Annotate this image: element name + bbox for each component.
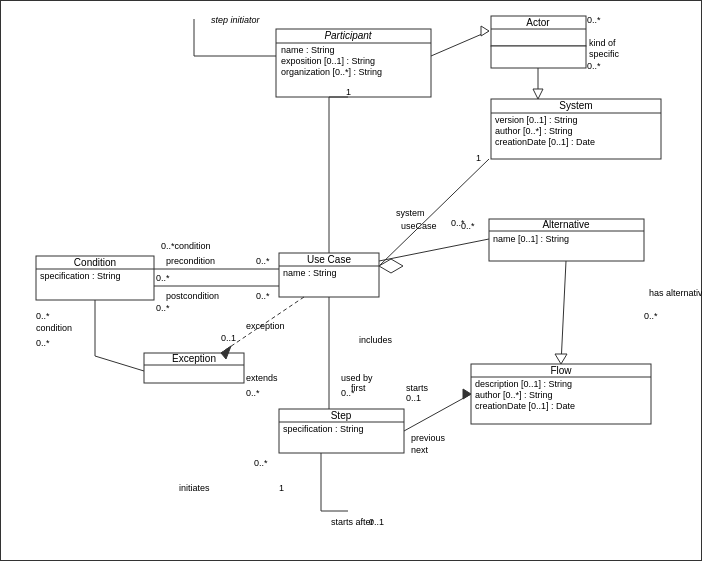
svg-text:name : String: name : String	[281, 45, 335, 55]
svg-text:system: system	[396, 208, 425, 218]
svg-text:1: 1	[476, 153, 481, 163]
svg-text:author [0..*] : String: author [0..*] : String	[475, 390, 553, 400]
svg-text:0..*: 0..*	[254, 458, 268, 468]
svg-text:used by: used by	[341, 373, 373, 383]
svg-text:0..*: 0..*	[587, 61, 601, 71]
svg-text:1: 1	[279, 483, 284, 493]
svg-text:postcondition: postcondition	[166, 291, 219, 301]
svg-text:0..*: 0..*	[156, 303, 170, 313]
svg-text:Step: Step	[331, 410, 352, 421]
svg-text:0..*: 0..*	[256, 256, 270, 266]
svg-text:useCase: useCase	[401, 221, 437, 231]
svg-text:version [0..1] : String: version [0..1] : String	[495, 115, 578, 125]
svg-text:0..*: 0..*	[156, 273, 170, 283]
svg-text:includes: includes	[359, 335, 393, 345]
svg-text:Exception: Exception	[172, 353, 216, 364]
svg-text:step initiator: step initiator	[211, 15, 261, 25]
svg-text:kind of: kind of	[589, 38, 616, 48]
svg-text:name [0..1] : String: name [0..1] : String	[493, 234, 569, 244]
svg-text:precondition: precondition	[166, 256, 215, 266]
svg-marker-82	[463, 389, 471, 399]
svg-text:0..1: 0..1	[221, 333, 236, 343]
svg-text:creationDate [0..1] : Date: creationDate [0..1] : Date	[495, 137, 595, 147]
svg-text:Flow: Flow	[550, 365, 572, 376]
svg-text:specification : String: specification : String	[283, 424, 364, 434]
svg-text:initiates: initiates	[179, 483, 210, 493]
svg-text:System: System	[559, 100, 592, 111]
svg-line-104	[95, 356, 144, 371]
svg-text:previous: previous	[411, 433, 446, 443]
svg-text:exposition [0..1] : String: exposition [0..1] : String	[281, 56, 375, 66]
svg-text:exception: exception	[246, 321, 285, 331]
svg-text:Condition: Condition	[74, 257, 116, 268]
svg-text:description [0..1] : String: description [0..1] : String	[475, 379, 572, 389]
svg-text:0..*: 0..*	[587, 15, 601, 25]
svg-text:Use Case: Use Case	[307, 254, 351, 265]
svg-text:has alternative flow: has alternative flow	[649, 288, 702, 298]
svg-text:0..1: 0..1	[369, 517, 384, 527]
svg-rect-9	[491, 46, 586, 68]
svg-text:0..*: 0..*	[644, 311, 658, 321]
svg-text:0..*: 0..*	[451, 218, 465, 228]
svg-text:starts: starts	[406, 383, 429, 393]
svg-text:organization [0..*] : String: organization [0..*] : String	[281, 67, 382, 77]
svg-text:0..*: 0..*	[256, 291, 270, 301]
svg-text:next: next	[411, 445, 429, 455]
svg-text:creationDate [0..1] : Date: creationDate [0..1] : Date	[475, 401, 575, 411]
svg-marker-42	[481, 26, 489, 36]
svg-text:specification : String: specification : String	[40, 271, 121, 281]
svg-line-41	[431, 31, 489, 56]
svg-text:specific: specific	[589, 49, 620, 59]
svg-text:first: first	[351, 383, 366, 393]
svg-text:0..*: 0..*	[246, 388, 260, 398]
svg-text:condition: condition	[36, 323, 72, 333]
svg-marker-94	[555, 354, 567, 364]
svg-marker-44	[533, 89, 543, 99]
svg-text:0..*condition: 0..*condition	[161, 241, 211, 251]
svg-text:1: 1	[346, 87, 351, 97]
svg-text:Participant: Participant	[324, 30, 372, 41]
svg-marker-50	[379, 259, 403, 273]
svg-text:Alternative: Alternative	[542, 219, 590, 230]
svg-text:author [0..*] : String: author [0..*] : String	[495, 126, 573, 136]
svg-text:0..1: 0..1	[406, 393, 421, 403]
diagram-svg: Participant name : String exposition [0.…	[1, 1, 702, 561]
svg-text:Actor: Actor	[526, 17, 550, 28]
diagram-canvas: Participant name : String exposition [0.…	[0, 0, 702, 561]
svg-text:0..*: 0..*	[36, 338, 50, 348]
svg-text:starts after: starts after	[331, 517, 374, 527]
svg-line-93	[561, 261, 566, 364]
svg-text:0..*: 0..*	[36, 311, 50, 321]
svg-text:extends: extends	[246, 373, 278, 383]
svg-text:name : String: name : String	[283, 268, 337, 278]
